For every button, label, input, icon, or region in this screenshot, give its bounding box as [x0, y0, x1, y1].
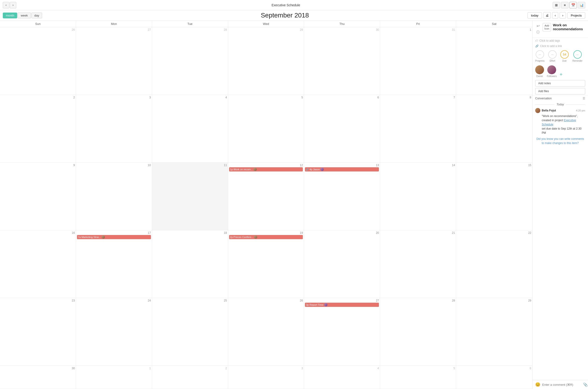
due-label: Due — [562, 60, 567, 62]
day-number: 15 — [457, 163, 531, 167]
cal-cell-oct3[interactable]: 3 — [228, 366, 304, 389]
nav-back-button[interactable]: ‹ — [3, 2, 9, 8]
event-avatar-owner — [253, 168, 257, 171]
cal-cell-aug26[interactable]: 26 — [0, 27, 76, 95]
cal-cell-sep26[interactable]: 26 — [228, 298, 304, 366]
add-icon-button[interactable]: AddIcon — [543, 23, 551, 32]
event-marketing[interactable]: 7a Marketing Strar... — [77, 235, 151, 239]
cal-cell-aug27[interactable]: 27 — [76, 27, 152, 95]
cal-cell-sep28[interactable]: 28 — [380, 298, 456, 366]
follower-avatar[interactable] — [547, 65, 556, 74]
event-preces[interactable]: 2p Preces Confere... — [229, 235, 303, 239]
today-button[interactable]: today — [527, 12, 542, 19]
prev-month-button[interactable]: ‹ — [552, 12, 558, 19]
cal-cell-sep18[interactable]: 18 — [152, 230, 228, 298]
due-circle[interactable]: 1d — [560, 50, 569, 59]
cal-cell-sep21[interactable]: 21 — [380, 230, 456, 298]
cal-cell-sep9[interactable]: 9 — [0, 163, 76, 230]
cal-cell-sep12[interactable]: 12 1p Work on recom... — [228, 163, 304, 230]
add-files-button[interactable]: Add files — [535, 88, 585, 95]
cal-cell-sep15[interactable]: 15 — [456, 163, 532, 230]
divider-line-left — [535, 104, 555, 105]
next-month-button[interactable]: › — [560, 12, 566, 19]
cal-cell-oct1[interactable]: 1 — [76, 366, 152, 389]
tab-week[interactable]: week — [18, 13, 31, 18]
cal-cell-sep10[interactable]: 10 — [76, 163, 152, 230]
conversation-menu-icon[interactable]: ☰ — [583, 97, 585, 100]
cal-cell-sep6[interactable]: 6 — [304, 95, 380, 163]
cal-cell-sep30[interactable]: 30 — [0, 366, 76, 389]
cal-cell-sep20[interactable]: 20 — [304, 230, 380, 298]
day-number: 30 — [1, 367, 75, 370]
cal-cell-sep14[interactable]: 14 — [380, 163, 456, 230]
emoji-button[interactable]: 😊 — [535, 382, 540, 387]
cal-cell-sep22[interactable]: 22 — [456, 230, 532, 298]
view-chart-icon[interactable]: 📊 — [578, 2, 585, 8]
right-panel: ↩ ⓘ AddIcon Work on recommendations 🏷 Cl… — [532, 21, 588, 389]
event-label: 3p Report Time — [306, 303, 323, 306]
cal-cell-sep25[interactable]: 25 — [152, 298, 228, 366]
undo-button[interactable]: ↩ — [535, 23, 541, 29]
comment-input[interactable] — [542, 383, 581, 387]
event-label: 2p Preces Confere... — [230, 236, 253, 238]
progress-circle[interactable]: ··· — [536, 50, 544, 59]
day-number: 8 — [457, 96, 531, 99]
cal-cell-aug28[interactable]: 28 — [152, 27, 228, 95]
event-label: 7a Marketing Strar... — [78, 236, 101, 238]
cal-cell-sep17[interactable]: 17 7a Marketing Strar... — [76, 230, 152, 298]
cal-cell-oct6[interactable]: 6 — [456, 366, 532, 389]
info-button[interactable]: ⓘ — [535, 30, 541, 35]
cal-nav: today 🖨 ‹ › Projects — [527, 12, 585, 19]
meta-reminder: ··· Reminder — [572, 50, 582, 62]
cal-cell-sep16[interactable]: 16 — [0, 230, 76, 298]
view-calendar-icon[interactable]: 📅 — [569, 2, 577, 8]
nav-arrows: ‹ › — [3, 2, 16, 8]
day-header-sat: Sat — [456, 21, 532, 27]
cal-cell-aug31[interactable]: 31 — [380, 27, 456, 95]
cal-cell-aug30[interactable]: 30 — [304, 27, 380, 95]
view-grid-icon[interactable]: ⊞ — [553, 2, 560, 8]
cal-cell-aug29[interactable]: 29 — [228, 27, 304, 95]
add-people-button[interactable]: + — [560, 71, 563, 77]
print-button[interactable]: 🖨 — [543, 12, 551, 19]
tags-row[interactable]: 🏷 Click to add tags — [532, 38, 588, 44]
cal-cell-sep24[interactable]: 24 — [76, 298, 152, 366]
event-report[interactable]: 3p Report Time — [305, 303, 379, 307]
day-number: 1 — [77, 367, 151, 370]
event-jason[interactable]: 🔗 4p Jason — [305, 167, 379, 171]
tab-month[interactable]: month — [3, 13, 17, 18]
cal-cell-sep2[interactable]: 2 — [0, 95, 76, 163]
cal-cell-sep23[interactable]: 23 — [0, 298, 76, 366]
projects-button[interactable]: Projects — [567, 12, 585, 19]
cal-cell-sep1[interactable]: 1 — [456, 27, 532, 95]
cal-cell-oct2[interactable]: 2 — [152, 366, 228, 389]
event-work-on-recom[interactable]: 1p Work on recom... — [229, 167, 303, 171]
owner-avatar[interactable] — [535, 65, 544, 74]
cal-cell-oct4[interactable]: 4 — [304, 366, 380, 389]
reminder-circle[interactable]: ··· — [573, 50, 582, 59]
view-list-icon[interactable]: ≡ — [561, 2, 568, 8]
day-number: 28 — [153, 28, 227, 32]
cal-cell-sep27[interactable]: 27 3p Report Time — [304, 298, 380, 366]
effort-label: Effort — [550, 60, 555, 62]
cal-cell-sep29[interactable]: 29 — [456, 298, 532, 366]
cal-cell-sep3[interactable]: 3 — [76, 95, 152, 163]
cal-cell-sep13[interactable]: 13 🔗 4p Jason — [304, 163, 380, 230]
day-number: 26 — [229, 299, 303, 302]
link-row[interactable]: 🔗 Click to add a link — [532, 44, 588, 48]
cal-cell-oct5[interactable]: 5 — [380, 366, 456, 389]
nav-forward-button[interactable]: › — [10, 2, 16, 8]
today-divider: Today — [535, 103, 585, 106]
tab-day[interactable]: day — [31, 13, 42, 18]
cal-cell-sep7[interactable]: 7 — [380, 95, 456, 163]
comment-hint[interactable]: Did you know you can write comments to m… — [535, 137, 585, 145]
cal-cell-sep5[interactable]: 5 — [228, 95, 304, 163]
conversation-label: Conversation ☰ — [535, 97, 585, 100]
add-notes-button[interactable]: Add notes — [535, 80, 585, 87]
cal-cell-sep19[interactable]: 19 2p Preces Confere... — [228, 230, 304, 298]
attach-button[interactable]: 📎 — [583, 383, 588, 387]
cal-cell-sep8[interactable]: 8 — [456, 95, 532, 163]
cal-cell-sep11[interactable]: 11 — [152, 163, 228, 230]
effort-circle[interactable]: ··· — [548, 50, 557, 59]
cal-cell-sep4[interactable]: 4 — [152, 95, 228, 163]
